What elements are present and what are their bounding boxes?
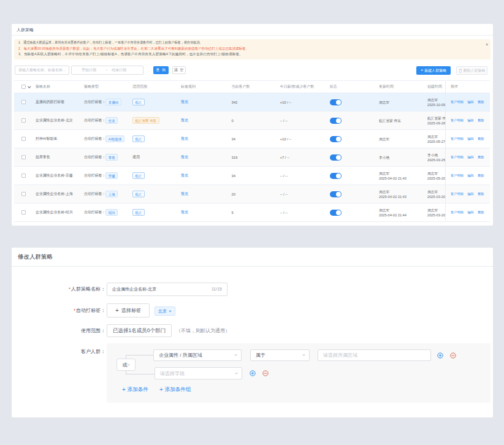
condition1-value-input[interactable]: 请选择所属区域: [318, 349, 431, 361]
button-label: 已选择1名成员0个部门: [113, 327, 166, 335]
tag-chip: 绍兴: [105, 209, 118, 216]
strategy-name-input[interactable]: 企业属性企业名称-北京 11/15: [107, 283, 227, 296]
preview-link[interactable]: 预览: [181, 99, 188, 105]
add-condition-link[interactable]: +添加条件: [122, 386, 148, 394]
customer-detail-link[interactable]: 客户明细: [451, 173, 464, 178]
toggle-knob: [336, 173, 341, 178]
row-select-cell: [14, 93, 33, 111]
condition2-field-select[interactable]: 请选择字段: [155, 367, 242, 379]
delete-link[interactable]: 删除: [478, 173, 484, 178]
strategy-name-cell: 企业属性企业名称-绍兴: [33, 203, 82, 221]
scope-cell: 机汇: [130, 130, 178, 148]
rule-cell: 预览: [178, 112, 229, 129]
row-checkbox[interactable]: [21, 155, 26, 159]
scope-cell: 机汇: [130, 167, 178, 184]
button-label: 选择标签: [121, 307, 141, 314]
condition1-operator-select[interactable]: 属于: [250, 349, 310, 361]
row-select-cell: [14, 130, 33, 148]
table-row: 企业属性企业名称-绍兴自动打标签：绍兴机汇预览5-- / --周志军2025-0…: [14, 203, 490, 222]
status-toggle[interactable]: [330, 99, 342, 105]
delete-link[interactable]: 删除: [478, 192, 484, 196]
type-prefix: 自动打标签：: [84, 99, 105, 105]
strategy-panel-header: 人群策略: [12, 24, 493, 36]
preview-link[interactable]: 预览: [181, 191, 188, 197]
delete-link[interactable]: 删除: [478, 118, 484, 123]
edit-link[interactable]: 编辑: [467, 137, 473, 141]
status-toggle[interactable]: [330, 173, 342, 179]
status-toggle[interactable]: [330, 118, 342, 124]
customer-detail-link[interactable]: 客户明细: [451, 118, 464, 123]
customer-detail-link[interactable]: 客户明细: [451, 192, 464, 196]
add-condition-icon[interactable]: [437, 352, 443, 359]
create-time-text: 周志军2025-05-27: [427, 134, 445, 144]
edit-link[interactable]: 编辑: [467, 192, 473, 196]
select-all-checkbox[interactable]: [21, 85, 26, 89]
operations-cell: 客户明细编辑删除: [446, 203, 490, 221]
status-toggle[interactable]: [330, 154, 342, 161]
row-checkbox[interactable]: [21, 137, 26, 141]
delete-link[interactable]: 删除: [478, 100, 484, 104]
select-tag-button[interactable]: + 选择标签: [107, 303, 150, 318]
logic-operator-select[interactable]: 或: [116, 359, 136, 371]
edit-link[interactable]: 编辑: [467, 118, 473, 123]
customer-detail-link[interactable]: 客户明细: [451, 210, 464, 215]
customer-detail-link[interactable]: 客户明细: [451, 155, 464, 159]
remove-condition-icon[interactable]: [450, 352, 456, 359]
customer-detail-link[interactable]: 客户明细: [451, 137, 464, 141]
select-value: 属于: [256, 350, 265, 360]
strategy-table: 策略名称策略类型适用范围标签规则当前客户数今日新增/减少客户数状态更新时间创建时…: [14, 80, 490, 222]
edit-link[interactable]: 编辑: [467, 173, 473, 178]
delete-link[interactable]: 删除: [478, 210, 484, 215]
condition1-field-select[interactable]: 企业属性 / 所属区域: [153, 349, 242, 361]
preview-link[interactable]: 预览: [181, 136, 188, 142]
clear-button[interactable]: 清 空: [172, 66, 186, 74]
delete-link[interactable]: 删除: [478, 155, 484, 159]
row-checkbox[interactable]: [21, 210, 26, 215]
operations-cell: 客户明细编辑删除: [446, 148, 490, 166]
toggle-knob: [336, 192, 341, 197]
notice-close-icon[interactable]: ×: [486, 42, 488, 47]
status-cell: [327, 112, 377, 129]
scope-select-button[interactable]: 已选择1名成员0个部门: [107, 324, 172, 337]
row-checkbox[interactable]: [21, 192, 26, 196]
customer-detail-link[interactable]: 客户明细: [451, 100, 464, 104]
edit-link[interactable]: 编辑: [467, 155, 473, 159]
chevron-down-icon[interactable]: [28, 85, 31, 88]
chevron-down-icon: [128, 363, 131, 367]
delete-strategy-button[interactable]: 删除人群策略: [456, 66, 487, 75]
column-header: 适用范围: [130, 81, 178, 93]
row-checkbox[interactable]: [21, 118, 26, 123]
preview-link[interactable]: 预览: [181, 210, 188, 215]
status-toggle[interactable]: [330, 136, 342, 142]
preview-link[interactable]: 预览: [181, 173, 188, 178]
status-toggle[interactable]: [330, 191, 342, 197]
customer-count-cell: 319: [229, 148, 278, 166]
row-checkbox[interactable]: [21, 173, 26, 178]
date-range-picker[interactable]: 开始日期 ~ 结束日期: [71, 66, 143, 75]
operations-cell: 客户明细编辑删除: [446, 185, 490, 203]
remove-condition-icon[interactable]: [262, 370, 269, 376]
search-button[interactable]: 查 询: [153, 66, 169, 74]
preview-link[interactable]: 预览: [181, 154, 188, 160]
strategy-name-cell: 直播间的群打标签: [33, 93, 82, 111]
add-condition-icon[interactable]: [250, 370, 256, 376]
strategy-name-cell: 企业属性企业名称-安徽: [33, 167, 82, 184]
strategy-panel-title: 人群策略: [17, 24, 34, 36]
create-strategy-button[interactable]: + 新建人群策略: [416, 66, 451, 75]
column-header: 当前客户数: [229, 81, 278, 93]
create-time-text: 周志军2025-03-20: [427, 208, 445, 218]
row-checkbox[interactable]: [21, 100, 26, 104]
scope-chip: 机汇管家 伟东: [132, 117, 159, 124]
keyword-input[interactable]: 请输入策略名称、标签名称...: [15, 66, 69, 75]
status-toggle[interactable]: [330, 210, 342, 216]
delete-link[interactable]: 删除: [478, 137, 484, 141]
selected-tag-chip[interactable]: 北京 ×: [155, 306, 175, 316]
edit-link[interactable]: 编辑: [467, 100, 473, 104]
plus-icon: +: [421, 68, 424, 73]
button-label: 删除人群策略: [464, 68, 486, 74]
edit-link[interactable]: 编辑: [467, 210, 473, 215]
preview-link[interactable]: 预览: [181, 118, 188, 123]
add-condition-group-link[interactable]: +添加条件组: [159, 386, 191, 394]
remove-tag-icon[interactable]: ×: [169, 308, 172, 314]
today-change-cell: -- / --: [278, 185, 327, 203]
